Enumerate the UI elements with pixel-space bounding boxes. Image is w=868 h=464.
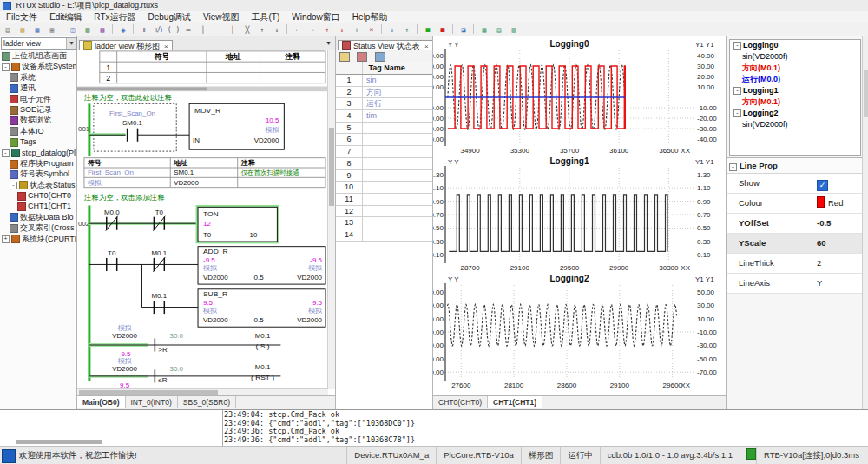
contact-nc-icon[interactable]: ⊣/⊢ bbox=[152, 24, 166, 36]
stop-plc-icon[interactable]: ■ bbox=[436, 24, 450, 36]
tab-list-dropdown[interactable]: ▼ bbox=[324, 39, 333, 48]
trend-chart-icon[interactable] bbox=[375, 52, 385, 62]
status-table-row[interactable]: 5 bbox=[336, 123, 433, 135]
go-forward-icon[interactable]: → bbox=[306, 24, 319, 36]
sidebar-item[interactable]: 数据浏览 bbox=[0, 115, 76, 125]
menu-view[interactable]: View视图 bbox=[197, 11, 246, 23]
sidebar-item[interactable]: -设备系统System 属 bbox=[0, 61, 76, 71]
line-prop-row-yscale[interactable]: YScale60 bbox=[727, 234, 863, 254]
logging-tree-item[interactable]: -Logging0 bbox=[730, 40, 860, 51]
sidebar-item[interactable]: 程序块Program bbox=[0, 158, 76, 169]
status-table-row[interactable]: 13 bbox=[336, 217, 433, 229]
status-table-row[interactable]: 4tim bbox=[336, 110, 433, 123]
status-table-row[interactable]: 14 bbox=[336, 229, 433, 242]
status-table-row[interactable]: 1sin bbox=[336, 75, 433, 87]
line-prop-row-yoffset[interactable]: YOffSet-0.5 bbox=[727, 214, 863, 234]
coil-set-m0-1[interactable]: M0.1 ( S ) bbox=[255, 333, 271, 350]
scrollbar-thumb[interactable] bbox=[864, 70, 868, 117]
go-back-icon[interactable]: ← bbox=[291, 24, 305, 36]
chart-logging1[interactable]: Logging1Y YY1 Y1XX1.301.301.101.100.900.… bbox=[433, 156, 727, 274]
delete-line-icon[interactable]: ╳ bbox=[240, 24, 254, 36]
collapse-icon[interactable]: - bbox=[2, 63, 10, 71]
compare-gt-contact[interactable]: 模拟 VD2000 30.0 >R -9.5 bbox=[112, 324, 183, 358]
status-table-row[interactable]: 11 bbox=[336, 194, 433, 206]
line-prop-row-show[interactable]: Show✓ bbox=[727, 174, 863, 194]
logging-tree-item[interactable]: -Logging2 bbox=[730, 108, 860, 119]
network2-comment[interactable]: 注释为空，双击添加注释 bbox=[84, 194, 165, 202]
tab-cht1cht1[interactable]: CHT1(CHT1) bbox=[488, 396, 542, 408]
status-table-row[interactable]: 2方向 bbox=[336, 87, 433, 99]
save-icon[interactable]: ▦ bbox=[30, 24, 44, 36]
menu-edit[interactable]: Edit编辑 bbox=[43, 11, 88, 23]
sub-block[interactable]: SUB_R 9.5 模拟 VD2000 0.5 9.5 模拟 VD2000 bbox=[198, 289, 326, 327]
move-up-icon[interactable]: ↑ bbox=[320, 24, 334, 36]
menu-debug[interactable]: Debug调试 bbox=[142, 11, 197, 23]
contact-first-scan-on[interactable]: First_Scan_On SM0.1 bbox=[109, 109, 155, 142]
horizontal-scrollbar[interactable] bbox=[16, 440, 102, 444]
sidebar-item[interactable]: 系统 bbox=[0, 72, 76, 83]
sidebar-item[interactable]: -stcp_datalog(PlcC bbox=[0, 148, 76, 158]
status-table-row[interactable]: 6 bbox=[336, 134, 433, 146]
delete-element-icon[interactable]: × bbox=[365, 24, 378, 36]
add-element-icon[interactable]: + bbox=[350, 24, 364, 36]
chart-logging2[interactable]: Logging2Y YY1 Y1XX50.0050.0030.0030.0010… bbox=[433, 274, 727, 391]
contact-m0-1-nc[interactable]: M0.1 bbox=[152, 249, 168, 272]
contact-no-icon[interactable]: ⊣⊢ bbox=[137, 24, 151, 36]
data-table-icon[interactable]: ▤ bbox=[492, 24, 506, 36]
tab-int0int0[interactable]: INT_0(INT0) bbox=[126, 396, 178, 408]
print-icon[interactable]: ▣ bbox=[45, 24, 59, 36]
right-scrollbar[interactable] bbox=[862, 36, 868, 409]
open-file-icon[interactable]: ▧ bbox=[16, 24, 30, 36]
split-window-icon[interactable]: ◫ bbox=[66, 24, 80, 36]
network1-comment[interactable]: 注释为空，双击此处以注释 bbox=[84, 94, 172, 102]
scrollbar-thumb[interactable] bbox=[329, 128, 334, 206]
tag-name-cell[interactable]: sin bbox=[363, 75, 377, 86]
line-prop-row-colour[interactable]: ColourRed bbox=[727, 194, 863, 214]
contact-t0-nc[interactable]: T0 bbox=[153, 209, 165, 231]
expand-icon[interactable]: + bbox=[2, 235, 10, 243]
property-value[interactable]: Red bbox=[812, 194, 843, 213]
contact-t0-no[interactable]: T0 bbox=[107, 249, 117, 271]
property-value[interactable]: -0.5 bbox=[812, 214, 831, 233]
sidebar-item[interactable]: -状态表Status Ch bbox=[0, 180, 76, 190]
sidebar-item[interactable]: 上位机组态画面 bbox=[0, 50, 76, 61]
coil-icon[interactable]: ( ) bbox=[167, 24, 181, 36]
status-table-row[interactable]: 8 bbox=[336, 158, 433, 170]
status-table-row[interactable]: 10 bbox=[336, 182, 433, 194]
sidebar-item[interactable]: 通讯 bbox=[0, 83, 76, 93]
logging-tree-item[interactable]: -Logging1 bbox=[730, 85, 860, 96]
line-prop-header[interactable]: -Line Prop bbox=[727, 158, 863, 174]
append-row-icon[interactable]: ↓ bbox=[270, 24, 284, 36]
property-value[interactable]: Y bbox=[812, 274, 822, 293]
status-table-icon[interactable]: ▦ bbox=[477, 24, 491, 36]
logging-tree-item[interactable]: 方向(M0.1) bbox=[730, 96, 860, 108]
vertical-scrollbar[interactable] bbox=[327, 50, 335, 389]
property-value[interactable]: 2 bbox=[812, 254, 821, 273]
sidebar-item[interactable]: 电子元件 bbox=[0, 94, 76, 104]
menu-file[interactable]: File文件 bbox=[0, 11, 43, 23]
collapse-icon[interactable]: - bbox=[733, 42, 741, 50]
menu-rtx[interactable]: RTx运行器 bbox=[88, 11, 141, 23]
pane-selector-combo[interactable]: ladder view ▼ bbox=[1, 37, 77, 50]
branch-icon[interactable]: ┼ bbox=[226, 24, 240, 36]
sidebar-item[interactable]: 数据块Data Blo bbox=[0, 212, 76, 222]
property-value[interactable]: 60 bbox=[812, 234, 826, 253]
mov-block[interactable]: MOV_R 10.5 模拟 VD2000 IN bbox=[189, 103, 284, 149]
tag-name-cell[interactable]: 方向 bbox=[363, 87, 382, 98]
new-file-icon[interactable]: ▤ bbox=[1, 24, 15, 36]
horizontal-line-icon[interactable]: ─ bbox=[211, 24, 225, 36]
status-table-row[interactable]: 3运行 bbox=[336, 98, 433, 110]
logging-tree-item[interactable]: sin(VD2000f) bbox=[730, 119, 860, 130]
vertical-line-icon[interactable]: │ bbox=[196, 24, 210, 36]
sidebar-item[interactable]: 交叉索引(Cross bbox=[0, 222, 76, 233]
line-prop-row-linethick[interactable]: LineThick2 bbox=[727, 254, 863, 274]
sidebar-item[interactable]: +系统块(CPURTB-V10 bbox=[0, 234, 76, 244]
chart-monitor-icon[interactable]: ◪ bbox=[457, 24, 470, 36]
download-plc-icon[interactable]: ⇓ bbox=[385, 24, 399, 36]
show-checkbox[interactable]: ✓ bbox=[817, 180, 828, 191]
tab-cht0cht0[interactable]: CHT0(CHT0) bbox=[433, 396, 488, 408]
status-table-row[interactable]: 7 bbox=[336, 146, 433, 158]
collapse-icon[interactable]: - bbox=[10, 182, 17, 189]
log-lines[interactable]: 23:49:04: stcp.Cmd_Pack ok23:49:04: {"cm… bbox=[224, 411, 861, 447]
contact-m0-0-nc[interactable]: M0.0 bbox=[104, 209, 120, 231]
